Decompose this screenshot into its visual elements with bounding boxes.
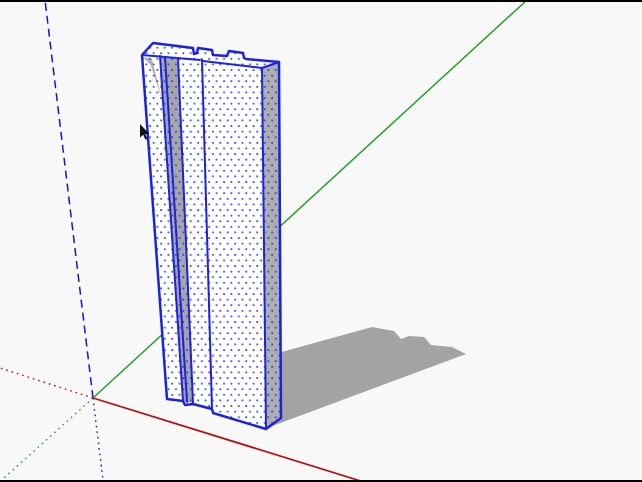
viewport-background[interactable] [0,0,642,482]
scene-canvas[interactable] [0,0,642,482]
viewport[interactable] [0,0,642,482]
frame-line-top [0,0,642,2]
